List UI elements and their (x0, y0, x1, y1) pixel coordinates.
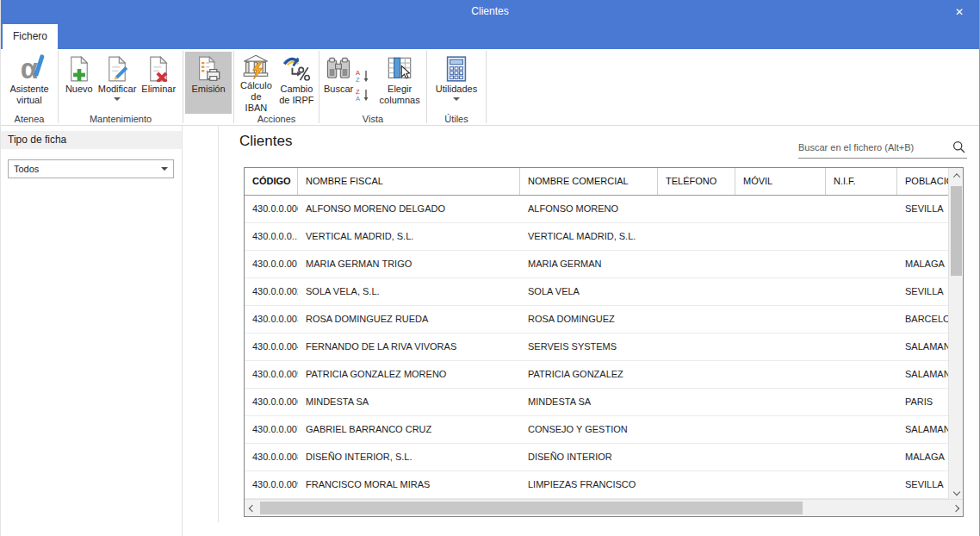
emision-button[interactable]: Emisión (185, 52, 232, 114)
cell-nif (826, 361, 897, 388)
cell-movil (735, 444, 826, 471)
eliminar-button[interactable]: Eliminar (139, 52, 178, 114)
cell-codigo: 430.0.0.007 (245, 416, 298, 443)
cell-codigo: 430.0.0.004 (245, 333, 298, 360)
nuevo-button[interactable]: Nuevo (63, 52, 96, 114)
cell-nombre-fiscal: ALFONSO MORENO DELGADO (298, 196, 520, 222)
table-row[interactable]: 430.0.0.001 MARIA GERMAN TRIGO MARIA GER… (245, 251, 964, 278)
title-bar: Clientes ✕ (1, 0, 979, 24)
cell-telefono (658, 361, 735, 388)
cell-telefono (658, 223, 735, 250)
table-row[interactable]: 430.0.0.009 FRANCISCO MORAL MIRAS LIMPIE… (245, 471, 964, 499)
column-header-codigo[interactable]: CÓDIGO (245, 168, 298, 195)
cell-codigo: 430.0.0.008 (245, 444, 298, 471)
cell-nombre-comercial: ALFONSO MORENO (520, 196, 658, 222)
cell-nombre-fiscal: GABRIEL BARRANCO CRUZ (298, 416, 520, 443)
tipo-de-ficha-select[interactable]: Todos (8, 159, 174, 178)
scroll-left-icon[interactable] (245, 501, 259, 515)
table-row[interactable]: 430.0.0.007 GABRIEL BARRANCO CRUZ CONSEJ… (245, 416, 964, 444)
table-row[interactable]: 430.0.0.000 ALFONSO MORENO DELGADO ALFON… (245, 196, 964, 223)
table-row[interactable]: 430.0.0.005 PATRICIA GONZALEZ MORENO PAT… (245, 361, 964, 389)
column-header-telefono[interactable]: TELÉFONO (658, 168, 735, 195)
cell-movil (735, 196, 826, 222)
modificar-button[interactable]: Modificar (96, 52, 140, 114)
close-icon[interactable]: ✕ (948, 4, 971, 20)
chevron-down-icon[interactable] (157, 161, 172, 177)
table-row[interactable]: 430.0.0.008 DISEÑO INTERIOR, S.L. DISEÑO… (245, 444, 964, 471)
svg-text:A: A (356, 95, 360, 102)
cell-movil (735, 361, 826, 388)
sort-za-icon[interactable]: Z A (356, 88, 373, 102)
ribbon-tab-row: Fichero (1, 24, 979, 49)
table-body: 430.0.0.000 ALFONSO MORENO DELGADO ALFON… (245, 196, 964, 499)
table-row[interactable]: 430.0.0.003 ROSA DOMINGUEZ RUEDA ROSA DO… (245, 306, 964, 333)
column-header-nombre-fiscal[interactable]: NOMBRE FISCAL (298, 168, 520, 195)
svg-text:Z: Z (356, 76, 360, 83)
column-header-nombre-comercial[interactable]: NOMBRE COMERCIAL (520, 168, 658, 195)
buscar-button[interactable]: Buscar (321, 52, 356, 114)
cambio-irpf-button[interactable]: Cambio de IRPF (276, 52, 317, 114)
search-input[interactable] (798, 138, 943, 157)
ribbon: α Asistente virtual Atenea Nuevo (1, 49, 979, 126)
search-box (798, 138, 967, 159)
tab-fichero[interactable]: Fichero (3, 24, 58, 49)
cell-nif (826, 444, 897, 471)
horizontal-scroll-thumb[interactable] (260, 502, 803, 514)
vertical-scroll-thumb[interactable] (951, 186, 962, 276)
vertical-scrollbar[interactable] (948, 168, 963, 499)
ribbon-group-acciones: Cálculo de IBAN Cambio de IRPF (234, 49, 319, 125)
ribbon-group-emision: Emisión (183, 49, 233, 125)
cell-nif (826, 196, 897, 222)
choose-columns-icon (387, 54, 412, 84)
tipo-de-ficha-label: Tipo de ficha (1, 131, 182, 149)
utilidades-dropdown-icon[interactable] (453, 97, 460, 101)
sort-az-icon[interactable]: A Z (356, 69, 373, 83)
cell-nombre-fiscal: FERNANDO DE LA RIVA VIVORAS (298, 333, 520, 360)
cell-telefono (658, 333, 735, 360)
cell-telefono (658, 444, 735, 471)
cell-nombre-comercial: LIMPIEZAS FRANCISCO (520, 471, 658, 498)
cell-telefono (658, 278, 735, 305)
print-document-icon (196, 54, 220, 84)
asistente-virtual-button[interactable]: α Asistente virtual (3, 52, 56, 114)
cell-telefono (658, 251, 735, 277)
search-icon[interactable] (952, 140, 965, 157)
table-row[interactable]: 430.0.0.004 FERNANDO DE LA RIVA VIVORAS … (245, 333, 964, 361)
cell-nombre-comercial: ROSA DOMINGUEZ (520, 306, 658, 333)
scroll-up-icon[interactable] (949, 168, 964, 183)
ribbon-separator (486, 51, 487, 123)
column-header-nif[interactable]: N.I.F. (826, 168, 897, 195)
modificar-dropdown-icon[interactable] (114, 97, 121, 101)
table-row[interactable]: 430.0.0.0... VERTICAL MADRID, S.L. VERTI… (245, 223, 964, 251)
utilidades-button[interactable]: Utilidades (429, 52, 484, 114)
table-row[interactable]: 430.0.0.002 SOLA VELA, S.L. SOLA VELA SE… (245, 278, 964, 306)
new-document-icon (68, 54, 90, 84)
cell-codigo: 430.0.0.003 (245, 306, 298, 333)
alpha-assistant-icon: α (21, 54, 38, 84)
alphabet-index (183, 126, 219, 522)
ribbon-group-atenea: α Asistente virtual Atenea (1, 49, 58, 125)
cell-codigo: 430.0.0.0... (245, 223, 298, 250)
cell-nombre-fiscal: SOLA VELA, S.L. (298, 278, 520, 305)
cell-movil (735, 251, 826, 277)
calculo-iban-button[interactable]: Cálculo de IBAN (236, 52, 276, 114)
cell-telefono (658, 416, 735, 443)
cell-nombre-comercial: CONSEJO Y GESTION (520, 416, 658, 443)
cell-codigo: 430.0.0.001 (245, 251, 298, 277)
binoculars-icon (325, 54, 352, 84)
table-header-row: CÓDIGO NOMBRE FISCAL NOMBRE COMERCIAL TE… (245, 168, 964, 196)
cell-movil (735, 416, 826, 443)
cell-nif (826, 471, 897, 498)
elegir-columnas-button[interactable]: Elegir columnas (375, 52, 425, 114)
scroll-down-icon[interactable] (949, 484, 964, 499)
cell-nif (826, 389, 897, 415)
ribbon-group-vista: Buscar A Z Z A (319, 49, 426, 125)
edit-document-icon (106, 54, 128, 84)
cell-codigo: 430.0.0.002 (245, 278, 298, 305)
horizontal-scrollbar[interactable] (245, 499, 963, 516)
column-header-movil[interactable]: MÓVIL (735, 168, 826, 195)
scroll-right-icon[interactable] (948, 501, 963, 515)
cell-nombre-fiscal: VERTICAL MADRID, S.L. (298, 223, 520, 250)
table-row[interactable]: 430.0.0.006 MINDESTA SA MINDESTA SA PARI… (245, 389, 964, 416)
filter-sidebar: Tipo de ficha Todos (1, 126, 183, 536)
